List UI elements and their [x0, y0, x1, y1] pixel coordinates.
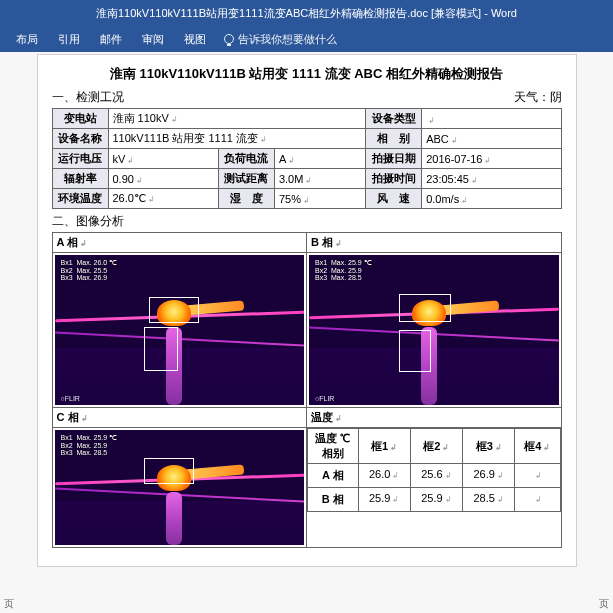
temp-head-2: 框2↲	[410, 429, 462, 464]
tab-mailings[interactable]: 邮件	[90, 26, 132, 52]
temp-row-b: B 相 25.9↲ 25.9↲ 28.5↲ ↲	[308, 488, 561, 512]
tab-references[interactable]: 引用	[48, 26, 90, 52]
cell-phase-h: 相 别	[366, 129, 422, 149]
cell-volt-h: 运行电压	[52, 149, 108, 169]
cell-station: 淮南 110kV↲	[108, 109, 366, 129]
cell-hum-h: 湿 度	[218, 189, 274, 209]
weather-label: 天气：阴	[514, 89, 562, 106]
lightbulb-icon	[224, 34, 234, 44]
thermal-c-readout: Bx1 Max. 25.9 ℃ Bx2 Max. 25.9 Bx3 Max. 2…	[61, 434, 118, 457]
cell-phase: ABC↲	[422, 129, 561, 149]
thermal-image-c: Bx1 Max. 25.9 ℃ Bx2 Max. 25.9 Bx3 Max. 2…	[55, 430, 305, 545]
cell-env-h: 环境温度	[52, 189, 108, 209]
temp-head-diag: 温度 ℃ 相别	[308, 429, 359, 464]
flir-logo: ○FLIR	[61, 395, 80, 402]
cell-date-h: 拍摄日期	[366, 149, 422, 169]
temp-row-a: A 相 26.0↲ 25.6↲ 26.9↲ ↲	[308, 464, 561, 488]
tell-me[interactable]: 告诉我你想要做什么	[224, 32, 337, 47]
cell-emiss-h: 辐射率	[52, 169, 108, 189]
image-analysis-table: A 相↲ B 相↲ Bx1 Max. 26.0 ℃ Bx2 Max. 25.5 …	[52, 232, 562, 548]
tab-view[interactable]: 视图	[174, 26, 216, 52]
cell-env: 26.0℃↲	[108, 189, 218, 209]
label-temp: 温度↲	[307, 408, 562, 428]
flir-logo: ○FLIR	[315, 395, 334, 402]
cell-station-h: 变电站	[52, 109, 108, 129]
document-area[interactable]: 淮南 110kV110kV111B 站用变 1111 流变 ABC 相红外精确检…	[0, 52, 613, 613]
cell-current-h: 负荷电流	[218, 149, 274, 169]
tab-layout[interactable]: 布局	[6, 26, 48, 52]
window-title: 淮南110kV110kV111B站用变1111流变ABC相红外精确检测报告.do…	[96, 6, 517, 21]
cell-devname: 110kV111B 站用变 1111 流变↲	[108, 129, 366, 149]
section-1-heading: 一、检测工况 天气：阴	[52, 89, 562, 106]
cell-emiss: 0.90↲	[108, 169, 218, 189]
tab-review[interactable]: 审阅	[132, 26, 174, 52]
ribbon: 布局 引用 邮件 审阅 视图 告诉我你想要做什么	[0, 26, 613, 52]
thermal-b-cell: Bx1 Max. 25.9 ℃ Bx2 Max. 25.9 Bx3 Max. 2…	[307, 253, 562, 408]
thermal-c-cell: Bx1 Max. 25.9 ℃ Bx2 Max. 25.9 Bx3 Max. 2…	[52, 428, 307, 548]
cell-hum: 75%↲	[274, 189, 365, 209]
cell-volt: kV↲	[108, 149, 218, 169]
cell-devtype-h: 设备类型	[366, 109, 422, 129]
label-phase-c: C 相↲	[52, 408, 307, 428]
temp-head-3: 框3↲	[463, 429, 515, 464]
doc-title: 淮南 110kV110kV111B 站用变 1111 流变 ABC 相红外精确检…	[52, 65, 562, 83]
thermal-b-readout: Bx1 Max. 25.9 ℃ Bx2 Max. 25.9 Bx3 Max. 2…	[315, 259, 372, 282]
thermal-a-readout: Bx1 Max. 26.0 ℃ Bx2 Max. 25.5 Bx3 Max. 2…	[61, 259, 118, 282]
cell-dist-h: 测试距离	[218, 169, 274, 189]
label-phase-a: A 相↲	[52, 233, 307, 253]
thermal-image-b: Bx1 Max. 25.9 ℃ Bx2 Max. 25.9 Bx3 Max. 2…	[309, 255, 559, 405]
page: 淮南 110kV110kV111B 站用变 1111 流变 ABC 相红外精确检…	[37, 54, 577, 567]
cell-dist: 3.0M↲	[274, 169, 365, 189]
cell-date: 2016-07-16↲	[422, 149, 561, 169]
status-left: 页	[4, 597, 14, 611]
cell-time-h: 拍摄时间	[366, 169, 422, 189]
title-bar: 淮南110kV110kV111B站用变1111流变ABC相红外精确检测报告.do…	[0, 0, 613, 26]
cell-current: A↲	[274, 149, 365, 169]
cell-wind-h: 风 速	[366, 189, 422, 209]
temp-head-4: 框4↲	[515, 429, 560, 464]
cell-time: 23:05:45↲	[422, 169, 561, 189]
label-phase-b: B 相↲	[307, 233, 562, 253]
status-right: 页	[599, 597, 609, 611]
thermal-image-a: Bx1 Max. 26.0 ℃ Bx2 Max. 25.5 Bx3 Max. 2…	[55, 255, 305, 405]
temp-head-1: 框1↲	[358, 429, 410, 464]
thermal-a-cell: Bx1 Max. 26.0 ℃ Bx2 Max. 25.5 Bx3 Max. 2…	[52, 253, 307, 408]
section-2-heading: 二、图像分析	[52, 213, 562, 230]
temperature-table: 温度 ℃ 相别 框1↲ 框2↲ 框3↲ 框4↲ A 相 26.0↲ 25.6↲ …	[307, 428, 561, 512]
cell-devname-h: 设备名称	[52, 129, 108, 149]
temp-table-cell: 温度 ℃ 相别 框1↲ 框2↲ 框3↲ 框4↲ A 相 26.0↲ 25.6↲ …	[307, 428, 562, 548]
cell-wind: 0.0m/s↲	[422, 189, 561, 209]
cell-devtype: ↲	[422, 109, 561, 129]
tell-me-placeholder: 告诉我你想要做什么	[238, 32, 337, 47]
info-table: 变电站 淮南 110kV↲ 设备类型 ↲ 设备名称 110kV111B 站用变 …	[52, 108, 562, 209]
